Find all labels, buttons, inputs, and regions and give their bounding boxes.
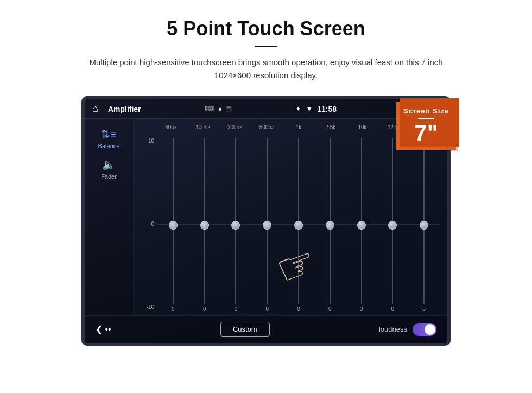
slider-track-4[interactable] — [298, 138, 299, 304]
balance-label: Balance — [98, 143, 120, 149]
slider-col-7[interactable]: 0 — [377, 136, 408, 312]
top-bar-icons: ⌨ ● ▤ — [205, 105, 232, 113]
device-wrapper: Screen Size 7" ⌂ Amplifier ⌨ ● ▤ ✦ ▼ 11:… — [81, 96, 451, 346]
slider-handle-5[interactable] — [326, 221, 334, 230]
scale-0: 0 — [144, 221, 154, 227]
badge-divider — [418, 118, 434, 119]
freq-60hz: 60hz — [157, 124, 185, 130]
toggle-knob — [425, 324, 435, 335]
slider-col-6[interactable]: 0 — [346, 136, 377, 312]
slider-track-2[interactable] — [235, 138, 236, 304]
back-icon: ❮ •• — [96, 324, 111, 334]
badge-label: Screen Size — [401, 107, 452, 115]
slider-track-3[interactable] — [267, 138, 268, 304]
custom-button[interactable]: Custom — [220, 322, 270, 337]
top-bar: ⌂ Amplifier ⌨ ● ▤ ✦ ▼ 11:58 📷 🔊 ✗ ▭ — [85, 99, 447, 119]
slider-col-0[interactable]: 0 — [157, 136, 189, 312]
top-bar-right: ✦ ▼ 11:58 — [295, 105, 337, 113]
freq-2k5: 2.5k — [317, 124, 344, 130]
back-button[interactable]: ❮ •• — [96, 324, 111, 334]
title-divider — [255, 46, 277, 47]
sidebar-balance[interactable]: ⇅≡ Balance — [98, 128, 120, 149]
slider-val-7: 0 — [391, 306, 395, 312]
car-screen: ⌂ Amplifier ⌨ ● ▤ ✦ ▼ 11:58 📷 🔊 ✗ ▭ — [81, 96, 451, 346]
top-bar-left: ⌂ Amplifier — [92, 103, 141, 115]
page-description: Multiple point high-sensitive touchscree… — [76, 56, 456, 82]
slider-handle-0[interactable] — [169, 221, 178, 230]
fader-label: Fader — [101, 173, 117, 180]
slider-handle-3[interactable] — [263, 221, 271, 230]
page-title: 5 Point Touch Screen — [33, 17, 499, 40]
eq-scale: 10 0 -10 — [141, 132, 157, 315]
slider-track-7[interactable] — [392, 138, 393, 304]
freq-10k: 10k — [349, 124, 376, 130]
freq-200hz: 200hz — [221, 124, 249, 130]
slider-val-3: 0 — [265, 306, 269, 312]
loudness-toggle[interactable] — [413, 323, 436, 336]
eq-icon: ⇅≡ — [101, 128, 117, 141]
badge-size: 7" — [401, 122, 452, 144]
freq-1k: 1k — [285, 124, 312, 130]
slider-val-5: 0 — [328, 306, 332, 312]
slider-col-2[interactable]: 0 — [220, 136, 252, 312]
slider-val-4: 0 — [297, 306, 300, 312]
slider-track-8[interactable] — [423, 138, 425, 304]
slider-col-5[interactable]: 0 — [314, 136, 346, 312]
scale-neg10: -10 — [144, 304, 154, 310]
home-icon[interactable]: ⌂ — [92, 103, 98, 115]
usb-icon: ⌨ — [205, 105, 215, 113]
speaker-icon: 🔈 — [102, 158, 116, 171]
slider-val-6: 0 — [360, 306, 363, 312]
freq-500hz: 500hz — [253, 124, 280, 130]
slider-val-0: 0 — [172, 306, 175, 312]
screen-size-badge: Screen Size 7" — [396, 102, 456, 150]
slider-col-1[interactable]: 0 — [189, 136, 220, 312]
loudness-label: loudness — [379, 325, 407, 333]
slider-handle-7[interactable] — [388, 221, 397, 230]
wifi-icon: ▼ — [306, 105, 313, 113]
slider-handle-8[interactable] — [420, 221, 428, 230]
page-header: 5 Point Touch Screen Multiple point high… — [0, 0, 532, 87]
slider-track-1[interactable] — [204, 138, 205, 304]
slider-val-8: 0 — [422, 306, 426, 312]
slider-val-1: 0 — [203, 306, 206, 312]
dot-icon: ● — [218, 105, 223, 113]
slider-track-6[interactable] — [361, 138, 362, 304]
left-sidebar: ⇅≡ Balance 🔈 Fader — [85, 119, 134, 315]
image-icon: ▤ — [225, 105, 232, 113]
slider-handle-2[interactable] — [231, 221, 240, 230]
slider-val-2: 0 — [235, 306, 238, 312]
slider-handle-4[interactable] — [294, 221, 303, 230]
main-content: ⇅≡ Balance 🔈 Fader 60hz 100hz 200hz 500h… — [85, 119, 447, 315]
sidebar-fader[interactable]: 🔈 Fader — [101, 158, 117, 180]
slider-track-5[interactable] — [330, 138, 331, 304]
loudness-control: loudness — [379, 323, 436, 336]
time-display: 11:58 — [317, 105, 337, 113]
slider-track-0[interactable] — [173, 138, 174, 304]
slider-col-8[interactable]: 0 — [408, 136, 440, 312]
eq-body: 10 0 -10 0 — [141, 132, 440, 315]
bottom-bar: ❮ •• Custom loudness — [85, 315, 447, 343]
screen-title: Amplifier — [108, 105, 141, 113]
slider-col-4[interactable]: 0 — [283, 136, 314, 312]
freq-100hz: 100hz — [189, 124, 217, 130]
eq-sliders: 0 0 0 — [157, 132, 440, 315]
slider-handle-1[interactable] — [200, 221, 209, 230]
scale-10: 10 — [144, 138, 154, 144]
bluetooth-icon: ✦ — [295, 105, 301, 113]
slider-handle-6[interactable] — [357, 221, 366, 230]
slider-col-3[interactable]: 0 — [251, 136, 283, 312]
